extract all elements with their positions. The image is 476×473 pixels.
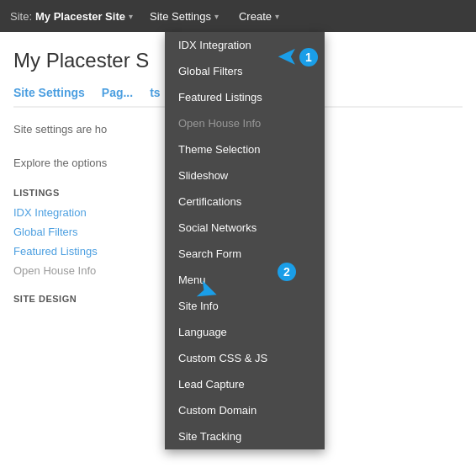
dropdown-site-info[interactable]: Site Info bbox=[165, 293, 325, 319]
create-chevron-icon: ▾ bbox=[275, 12, 279, 21]
listings-section-title: LISTINGS bbox=[13, 188, 173, 198]
nav-create[interactable]: Create ▾ bbox=[235, 0, 283, 32]
sidebar-global-filters[interactable]: Global Filters bbox=[13, 226, 173, 238]
dropdown-featured-listings[interactable]: Featured Listings bbox=[165, 84, 325, 110]
tab-pages[interactable]: Pag... bbox=[102, 86, 133, 106]
site-design-section-title: SITE DESIGN bbox=[13, 294, 173, 304]
dropdown-menu[interactable]: Menu bbox=[165, 267, 325, 293]
annotation-1-arrow-icon: ➤ bbox=[278, 44, 296, 70]
site-label-text: Site: bbox=[10, 10, 32, 23]
dropdown-theme-selection[interactable]: Theme Selection bbox=[165, 136, 325, 162]
tab-ts[interactable]: ts bbox=[150, 86, 160, 106]
sidebar-featured-listings[interactable]: Featured Listings bbox=[13, 245, 173, 258]
sidebar-open-house-info: Open House Info bbox=[13, 264, 173, 277]
dropdown-social-networks[interactable]: Social Networks bbox=[165, 215, 325, 241]
site-settings-chevron-icon: ▾ bbox=[214, 12, 219, 21]
site-label: Site: My Placester Site ▾ bbox=[10, 10, 133, 23]
tab-site-settings[interactable]: Site Settings bbox=[13, 86, 85, 106]
site-chevron-icon[interactable]: ▾ bbox=[129, 12, 133, 21]
description-line1: Site settings are ho bbox=[13, 121, 173, 138]
dropdown-search-form[interactable]: Search Form bbox=[165, 241, 325, 267]
dropdown-language[interactable]: Language bbox=[165, 319, 325, 345]
description-line2: Explore the options bbox=[13, 155, 173, 172]
site-name: My Placester Site bbox=[35, 10, 125, 23]
nav-site-settings[interactable]: Site Settings ▾ bbox=[146, 0, 222, 32]
annotation-1: ➤ 1 bbox=[278, 44, 318, 70]
annotation-1-number: 1 bbox=[299, 48, 318, 66]
dropdown-open-house-info: Open House Info bbox=[165, 110, 325, 136]
dropdown-lead-capture[interactable]: Lead Capture bbox=[165, 371, 325, 397]
dropdown-custom-domain[interactable]: Custom Domain bbox=[165, 397, 325, 423]
left-sidebar: Site settings are ho Explore the options… bbox=[13, 121, 173, 312]
sidebar-idx-integration[interactable]: IDX Integration bbox=[13, 206, 173, 219]
dropdown-custom-css-js[interactable]: Custom CSS & JS bbox=[165, 345, 325, 371]
dropdown-certifications[interactable]: Certifications bbox=[165, 189, 325, 215]
top-nav: Site: My Placester Site ▾ Site Settings … bbox=[0, 0, 476, 32]
annotation-2-number: 2 bbox=[278, 263, 296, 281]
site-settings-dropdown: IDX Integration Global Filters Featured … bbox=[165, 32, 325, 449]
annotation-2: 2 bbox=[278, 263, 296, 281]
dropdown-slideshow[interactable]: Slideshow bbox=[165, 162, 325, 189]
dropdown-site-tracking[interactable]: Site Tracking bbox=[165, 423, 325, 449]
